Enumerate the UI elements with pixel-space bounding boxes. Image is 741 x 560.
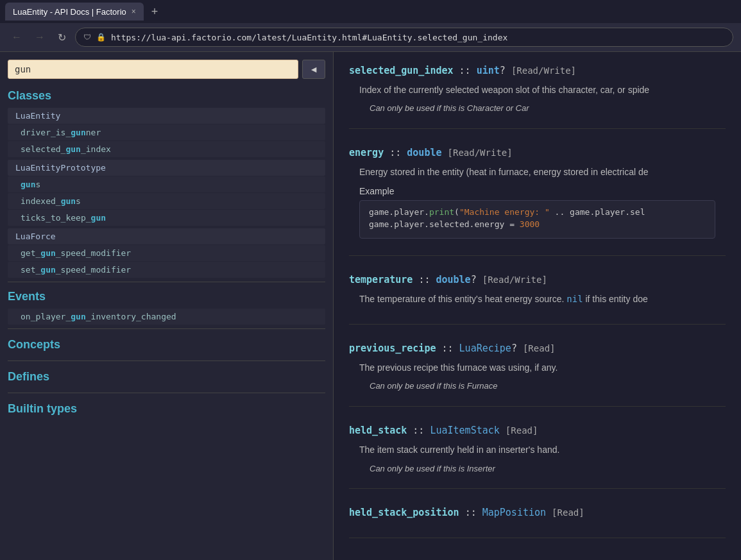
previous-recipe-note: Can only be used if this is Furnace (349, 380, 726, 393)
method-selected-gun-index[interactable]: selected_gun_index (8, 141, 325, 157)
property-selected-gun-index: selected_gun_index :: uint? [Read/Write]… (349, 65, 726, 129)
tab-bar: LuaEntity - API Docs | Factorio × + (0, 0, 741, 23)
method-indexed-guns[interactable]: indexed_guns (8, 193, 325, 209)
selected-gun-index-signature: selected_gun_index :: uint? [Read/Write] (349, 65, 726, 76)
held-stack-desc: The item stack currently held in an inse… (349, 443, 726, 457)
lua-entity-group: LuaEntity driver_is_gunner selected_gun_… (8, 108, 325, 157)
previous-recipe-signature: previous_recipe :: LuaRecipe? [Read] (349, 343, 726, 354)
active-tab[interactable]: LuaEntity - API Docs | Factorio × (5, 3, 144, 21)
divider-defines (8, 361, 325, 361)
lua-force-class[interactable]: LuaForce (8, 228, 325, 244)
energy-desc: Energy stored in the entity (heat in fur… (349, 165, 726, 179)
property-held-stack-position: held_stack_position :: MapPosition [Read… (349, 507, 726, 538)
code-line-1: game.player.print("Machine energy: " .. … (369, 207, 706, 217)
lua-entity-prototype-class[interactable]: LuaEntityPrototype (8, 160, 325, 176)
previous-recipe-desc: The previous recipe this furnace was usi… (349, 361, 726, 375)
lua-force-group: LuaForce get_gun_speed_modifier set_gun_… (8, 228, 325, 278)
example-label: Example (359, 186, 715, 196)
new-tab-button[interactable]: + (146, 5, 164, 19)
address-bar[interactable]: 🛡 🔒 https://lua-api.factorio.com/latest/… (75, 28, 733, 47)
search-input[interactable] (8, 60, 298, 79)
search-button[interactable]: ◄ (302, 60, 325, 79)
address-url: https://lua-api.factorio.com/latest/LuaE… (111, 33, 507, 42)
lua-entity-prototype-group: LuaEntityPrototype guns indexed_guns tic… (8, 160, 325, 226)
event-on-player-gun-inventory-changed[interactable]: on_player_gun_inventory_changed (8, 309, 325, 325)
main-container: ◄ Classes LuaEntity driver_is_gunner sel… (0, 52, 741, 560)
selected-gun-index-note: Can only be used if this is Character or… (349, 102, 726, 115)
divider-concepts (8, 328, 325, 329)
method-get-gun-speed-modifier[interactable]: get_gun_speed_modifier (8, 245, 325, 261)
temperature-desc: The temperature of this entity's heat en… (349, 292, 726, 306)
shield-icon: 🛡 (83, 33, 91, 42)
energy-signature: energy :: double [Read/Write] (349, 147, 726, 158)
selected-gun-index-desc: Index of the currently selected weapon s… (349, 83, 726, 97)
lock-icon: 🔒 (96, 33, 106, 42)
temperature-signature: temperature :: double? [Read/Write] (349, 274, 726, 285)
sidebar: ◄ Classes LuaEntity driver_is_gunner sel… (0, 52, 334, 560)
held-stack-note: Can only be used if this is Inserter (349, 462, 726, 476)
held-stack-position-signature: held_stack_position :: MapPosition [Read… (349, 507, 726, 518)
method-set-gun-speed-modifier[interactable]: set_gun_speed_modifier (8, 262, 325, 278)
held-stack-signature: held_stack :: LuaItemStack [Read] (349, 425, 726, 436)
events-header: Events (8, 290, 325, 303)
search-bar: ◄ (8, 60, 325, 79)
nav-bar: ← → ↻ 🛡 🔒 https://lua-api.factorio.com/l… (0, 23, 741, 51)
divider-events (8, 282, 325, 282)
content-area: selected_gun_index :: uint? [Read/Write]… (334, 52, 741, 560)
lua-entity-class[interactable]: LuaEntity (8, 108, 325, 124)
property-held-stack: held_stack :: LuaItemStack [Read] The it… (349, 425, 726, 489)
classes-header: Classes (8, 89, 325, 103)
browser-chrome: LuaEntity - API Docs | Factorio × + ← → … (0, 0, 741, 52)
divider-builtin (8, 393, 325, 393)
property-previous-recipe: previous_recipe :: LuaRecipe? [Read] The… (349, 343, 726, 407)
tab-close-button[interactable]: × (132, 7, 136, 16)
concepts-link[interactable]: Concepts (8, 333, 325, 357)
code-line-2: game.player.selected.energy = 3000 (369, 219, 706, 229)
tab-title: LuaEntity - API Docs | Factorio (13, 7, 126, 17)
refresh-button[interactable]: ↻ (54, 29, 70, 46)
property-temperature: temperature :: double? [Read/Write] The … (349, 274, 726, 325)
back-button[interactable]: ← (8, 29, 26, 46)
energy-code-block: game.player.print("Machine energy: " .. … (359, 200, 715, 239)
method-guns[interactable]: guns (8, 176, 325, 192)
method-ticks-to-keep-gun[interactable]: ticks_to_keep_gun (8, 210, 325, 226)
method-driver-is-gunner[interactable]: driver_is_gunner (8, 124, 325, 140)
property-energy: energy :: double [Read/Write] Energy sto… (349, 147, 726, 255)
defines-link[interactable]: Defines (8, 365, 325, 389)
forward-button[interactable]: → (31, 29, 49, 46)
builtin-types-link[interactable]: Builtin types (8, 397, 325, 421)
